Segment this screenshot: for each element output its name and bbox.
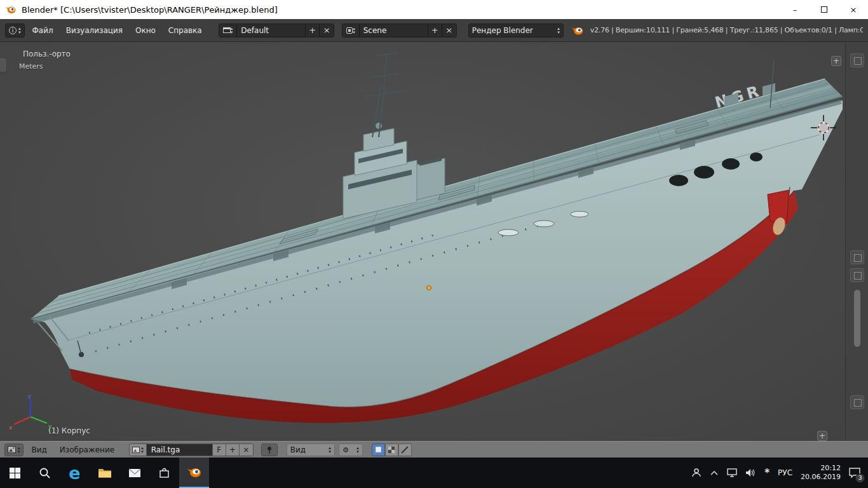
menu-window[interactable]: Окно — [130, 26, 161, 35]
render-engine-value: Рендер Blender — [472, 26, 533, 35]
image-name-field[interactable]: Rail.tga — [147, 444, 213, 456]
draw-zbuffer-toggle[interactable] — [398, 444, 412, 456]
dropdown-arrows-icon: ▴▾ — [356, 446, 359, 454]
pivot-select[interactable]: ▴▾ — [339, 444, 363, 456]
pin-icon — [266, 446, 273, 454]
notification-badge: 3 — [855, 473, 865, 483]
render-engine-select[interactable]: Рендер Blender ▴▾ — [468, 24, 564, 37]
menu-view[interactable]: Вид — [27, 445, 51, 454]
tray-time: 20:12 — [820, 464, 841, 473]
store-bag-icon — [159, 468, 170, 478]
screen-layout-browse-button[interactable]: ▴▾ — [219, 24, 238, 37]
menu-file[interactable]: Файл — [27, 26, 58, 35]
window-titlebar: Blender* [C:\Users\tvister\Desktop\RANGE… — [0, 0, 868, 19]
editor-type-selector[interactable]: i ▴▾ — [5, 24, 25, 37]
scrollbar-thumb[interactable] — [854, 290, 860, 347]
mail-button[interactable] — [119, 458, 149, 488]
file-explorer-button[interactable] — [90, 458, 119, 488]
strip-icon-button[interactable] — [850, 53, 864, 67]
properties-region-strip — [845, 42, 868, 441]
scene-unlink-button[interactable]: × — [442, 24, 456, 37]
alpha-checker-icon — [388, 447, 395, 453]
window-controls: – × — [780, 0, 868, 19]
dropdown-arrows-icon: ▴▾ — [231, 27, 233, 34]
search-icon — [39, 467, 51, 479]
image-add-button[interactable]: + — [226, 444, 240, 456]
display-mode-select[interactable]: Вид ▴▾ — [287, 444, 335, 456]
draw-alpha-toggle[interactable] — [385, 444, 398, 456]
system-tray: * РУС 20:12 20.06.2019 3 — [691, 458, 868, 488]
viewport-3d[interactable]: NGR — [0, 42, 868, 441]
menu-image[interactable]: Изображение — [55, 445, 119, 454]
editor-type-selector[interactable]: ▴▾ — [4, 444, 24, 456]
expand-region-button-bottom[interactable]: + — [817, 431, 827, 441]
maximize-button[interactable] — [810, 0, 839, 19]
menu-render[interactable]: Визуализация — [61, 26, 128, 35]
mail-icon — [128, 468, 141, 478]
close-button[interactable]: × — [839, 0, 868, 19]
image-editor-header: ▴▾ Вид Изображение ▴▾ Rail.tga F + × — [0, 441, 868, 458]
menu-help[interactable]: Справка — [163, 26, 207, 35]
draw-color-toggle[interactable] — [372, 444, 385, 456]
view-name-label: Польз.-орто — [23, 50, 71, 58]
start-button[interactable] — [0, 458, 30, 488]
maximize-icon — [821, 6, 827, 13]
color-icon — [376, 447, 381, 452]
dropdown-arrows-icon: ▴▾ — [557, 27, 560, 34]
ship-model[interactable]: NGR — [0, 42, 868, 441]
screen-layout-add-button[interactable]: + — [306, 24, 320, 37]
scene-statistics: v2.76 | Вершин:10,111 | Граней:5,468 | Т… — [590, 26, 863, 34]
units-label: Meters — [19, 62, 43, 71]
fake-user-button[interactable]: F — [213, 444, 226, 456]
axis-y-label: y — [48, 423, 52, 430]
blender-taskbar-button[interactable] — [179, 458, 209, 488]
strip-icon-button[interactable] — [850, 395, 864, 409]
network-icon — [727, 468, 737, 477]
people-button[interactable] — [691, 468, 702, 478]
people-icon — [691, 468, 702, 478]
image-datablock-selector: ▴▾ Rail.tga F + × — [129, 444, 254, 456]
expand-region-button-top[interactable]: + — [831, 56, 841, 66]
window-title: Blender* [C:\Users\tvister\Desktop\RANGE… — [22, 5, 780, 15]
dropdown-arrows-icon: ▴▾ — [18, 27, 21, 34]
dropdown-arrows-icon: ▴▾ — [329, 446, 331, 454]
chevron-up-icon — [710, 470, 719, 477]
action-center-button[interactable]: 3 — [849, 468, 860, 478]
store-button[interactable] — [149, 458, 179, 488]
image-icon — [132, 447, 140, 453]
tray-misc-icon[interactable]: * — [764, 467, 770, 478]
strip-icon-button[interactable] — [850, 268, 864, 282]
edge-button[interactable]: e — [60, 458, 90, 488]
region-expand-tab[interactable] — [0, 57, 7, 72]
dropdown-arrows-icon: ▴▾ — [18, 446, 20, 454]
info-editor-header: i ▴▾ Файл Визуализация Окно Справка ▴▾ D… — [0, 19, 868, 42]
search-button[interactable] — [30, 458, 60, 488]
display-mode-value: Вид — [290, 445, 306, 454]
network-button[interactable] — [727, 468, 737, 477]
screen-layout-unlink-button[interactable]: × — [320, 24, 334, 37]
pivot-icon — [342, 447, 349, 453]
strip-icon-button[interactable] — [850, 250, 864, 264]
folder-icon — [98, 468, 112, 478]
axis-x-label: x — [9, 424, 13, 431]
hidden-icons-button[interactable] — [710, 470, 719, 477]
volume-button[interactable] — [745, 468, 756, 477]
minimize-button[interactable]: – — [780, 0, 810, 19]
scene-browse-button[interactable]: ▴▾ — [342, 24, 360, 37]
image-unlink-button[interactable]: × — [240, 444, 253, 456]
pin-button[interactable] — [261, 444, 278, 456]
screen-layout-name[interactable]: Default — [237, 24, 306, 37]
scene-add-button[interactable]: + — [428, 24, 442, 37]
active-object-label: (1) Корпус — [48, 426, 90, 435]
scene-icon — [346, 27, 353, 34]
scene-name[interactable]: Scene — [360, 24, 428, 37]
windows-logo-icon — [10, 468, 20, 478]
blender-window: Blender* [C:\Users\tvister\Desktop\RANGE… — [0, 0, 868, 488]
axis-z-label: z — [28, 395, 31, 400]
language-indicator[interactable]: РУС — [778, 468, 792, 477]
axis-gizmo: x y z — [8, 395, 53, 435]
image-browse-button[interactable]: ▴▾ — [130, 444, 147, 456]
image-editor-icon — [8, 446, 16, 453]
blender-logo-icon — [571, 24, 584, 37]
clock[interactable]: 20:12 20.06.2019 — [801, 464, 841, 482]
